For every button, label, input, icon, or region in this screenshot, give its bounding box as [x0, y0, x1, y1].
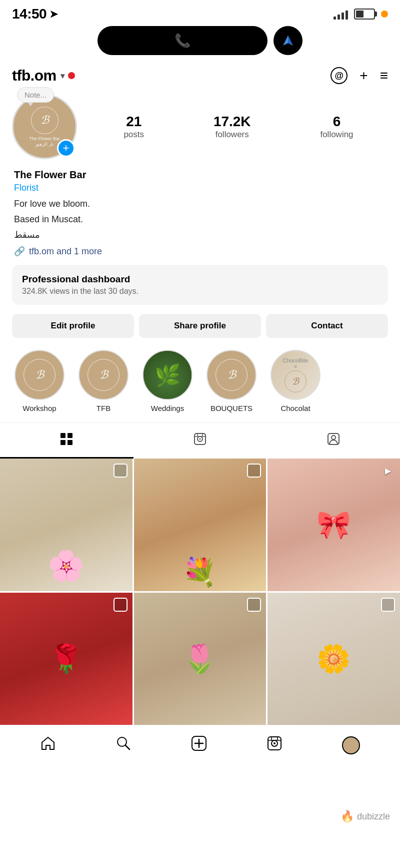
time-display: 14:50 — [12, 6, 46, 22]
posts-stat[interactable]: 21 posts — [124, 114, 144, 140]
svg-point-13 — [332, 436, 336, 440]
highlight-monogram-tfb: ℬ — [88, 359, 120, 391]
maps-icon — [280, 33, 296, 48]
grid-item-4[interactable]: 🌹 — [0, 593, 132, 725]
tab-grid[interactable] — [0, 423, 134, 459]
watermark: 🔥 dubizzle — [340, 810, 390, 823]
grid-item-2[interactable]: 💐 — [134, 459, 266, 591]
avatar-monogram: ℬ — [31, 107, 58, 134]
signal-bar-3 — [342, 13, 344, 20]
plus-icon: + — [360, 68, 368, 84]
status-bar: 14:50 ➤ — [0, 0, 400, 26]
grid-icon — [60, 432, 74, 450]
header-username-section[interactable]: tfb.om ▾ — [12, 67, 75, 84]
grid-item-3-play-icon — [381, 464, 395, 478]
grid-item-4-multi-icon — [114, 598, 128, 612]
action-buttons: Edit profile Share profile Contact — [12, 314, 388, 338]
bottom-nav — [0, 725, 400, 768]
nav-profile[interactable] — [336, 733, 366, 757]
bio-section: The Flower Bar Florist For love we bloom… — [12, 169, 388, 257]
tab-reels[interactable] — [134, 423, 267, 459]
username-text: tfb.om — [12, 67, 56, 84]
battery-icon — [354, 9, 375, 20]
reels-nav-icon — [266, 735, 282, 755]
nav-search[interactable] — [110, 732, 138, 758]
choco-monogram: ℬ — [284, 370, 306, 392]
profile-category[interactable]: Florist — [14, 183, 386, 193]
hamburger-icon: ≡ — [380, 68, 388, 84]
tagged-icon — [326, 432, 340, 450]
svg-rect-2 — [60, 433, 66, 438]
highlight-weddings[interactable]: 🌿 Weddings — [140, 350, 195, 412]
svg-point-21 — [274, 742, 276, 744]
grid-item-1-multi-icon — [114, 464, 128, 478]
avatar-text: The Flower Barبار الزهور — [29, 136, 60, 147]
location-arrow-icon: ➤ — [50, 8, 58, 20]
profile-section: Note... ℬ The Flower Barبار الزهور + 21 … — [0, 90, 400, 416]
highlight-label-weddings: Weddings — [151, 404, 184, 412]
nav-home[interactable] — [34, 732, 62, 758]
nav-reels[interactable] — [260, 732, 288, 758]
grid-item-3[interactable]: 🎀 — [268, 459, 400, 591]
dashboard-subtitle: 324.8K views in the last 30 days. — [22, 287, 378, 296]
highlight-label-workshop: Workshop — [22, 404, 56, 412]
bio-link[interactable]: 🔗 tfb.om and 1 more — [14, 246, 386, 257]
avatar-container: Note... ℬ The Flower Barبار الزهور + — [12, 94, 77, 159]
maps-pill — [274, 26, 302, 55]
highlights-row: ℬ Workshop ℬ TFB 🌿 Weddings — [12, 350, 388, 416]
signal-bar-1 — [334, 17, 336, 20]
highlight-circle-tfb: ℬ — [78, 350, 128, 400]
highlight-circle-bouquets: ℬ — [206, 350, 256, 400]
following-count: 6 — [320, 114, 353, 130]
highlight-tfb[interactable]: ℬ TFB — [76, 350, 131, 412]
dashboard-card[interactable]: Professional dashboard 324.8K views in t… — [12, 265, 388, 305]
home-icon — [40, 735, 56, 755]
svg-rect-4 — [60, 440, 66, 445]
following-stat[interactable]: 6 following — [320, 114, 353, 140]
bio-line-3: مسقط — [14, 228, 386, 242]
header: tfb.om ▾ @ + ≡ — [0, 59, 400, 90]
grid-item-1[interactable]: 🌸 — [0, 459, 132, 591]
nav-add[interactable] — [185, 732, 213, 758]
svg-rect-3 — [68, 433, 72, 438]
threads-button[interactable]: @ — [330, 67, 348, 84]
contact-button[interactable]: Contact — [266, 314, 388, 338]
note-bubble[interactable]: Note... — [17, 87, 54, 103]
posts-count: 21 — [124, 114, 144, 130]
add-post-button[interactable]: + — [360, 68, 368, 84]
reels-icon — [193, 432, 207, 450]
edit-profile-button[interactable]: Edit profile — [12, 314, 134, 338]
grid-item-6[interactable]: 🌼 — [268, 593, 400, 725]
share-profile-button[interactable]: Share profile — [139, 314, 261, 338]
stats-row: 21 posts 17.2K followers 6 following — [89, 114, 388, 140]
bio-line-1: For love we bloom. — [14, 197, 386, 211]
highlight-chocolat[interactable]: ChocoBite× ℬ Chocolat — [268, 350, 323, 412]
highlight-label-chocolat: Chocolat — [280, 404, 310, 412]
bio-line-2: Based in Muscat. — [14, 213, 386, 226]
phone-icon: 📞 — [174, 33, 190, 49]
notification-red-dot — [68, 72, 75, 79]
highlight-monogram-workshop: ℬ — [24, 359, 56, 391]
profile-avatar-nav — [342, 736, 360, 754]
highlight-bouquets[interactable]: ℬ BOUQUETS — [204, 350, 259, 412]
signal-bar-2 — [338, 15, 340, 20]
header-actions: @ + ≡ — [330, 67, 388, 84]
svg-rect-5 — [68, 440, 72, 445]
followers-count: 17.2K — [214, 114, 251, 130]
svg-point-8 — [200, 439, 201, 440]
grid-section: 🌸 💐 🎀 🌹 🌷 🌼 — [0, 459, 400, 725]
add-story-button[interactable]: + — [57, 139, 75, 157]
grid-item-6-multi-icon — [381, 598, 395, 612]
chevron-down-icon: ▾ — [60, 71, 64, 81]
menu-button[interactable]: ≡ — [380, 68, 388, 84]
tab-tagged[interactable] — [266, 423, 400, 459]
highlight-label-bouquets: BOUQUETS — [210, 404, 252, 412]
status-time: 14:50 ➤ — [12, 6, 58, 22]
orange-dot-indicator — [381, 11, 388, 18]
highlight-workshop[interactable]: ℬ Workshop — [12, 350, 67, 412]
followers-label: followers — [216, 130, 249, 139]
link-text: tfb.om and 1 more — [29, 246, 102, 257]
grid-item-5[interactable]: 🌷 — [134, 593, 266, 725]
followers-stat[interactable]: 17.2K followers — [214, 114, 251, 140]
search-icon — [116, 735, 132, 755]
